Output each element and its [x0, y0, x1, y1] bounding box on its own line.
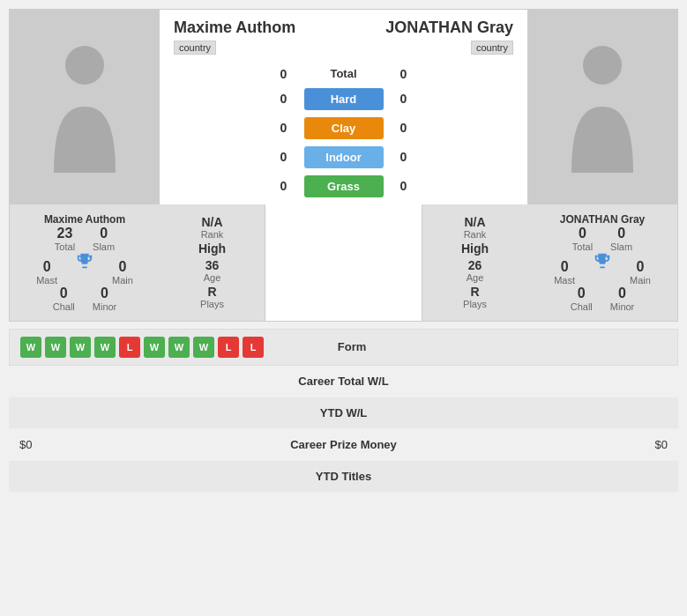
left-total-slam: 23 Total 0 Slam	[55, 226, 115, 252]
right-slam-value: 0	[610, 226, 632, 241]
right-slam-block: 0 Slam	[610, 226, 632, 252]
center-spacer	[265, 204, 422, 321]
right-chall-block: 0 Chall	[571, 286, 593, 312]
right-mast-value: 0	[554, 259, 575, 275]
right-rank-value: N/A	[464, 215, 487, 229]
right-main-label: Main	[630, 275, 651, 286]
left-minor-value: 0	[93, 286, 117, 301]
right-country-tag: country	[471, 41, 513, 55]
right-plays-label: Plays	[463, 299, 487, 309]
court-grass-right: 0	[391, 179, 417, 193]
right-player-name-block: JONATHAN Gray country	[385, 19, 513, 55]
court-hard-right: 0	[391, 92, 417, 106]
left-main-block: 0 Main	[112, 259, 133, 286]
right-player-name-small: JONATHAN Gray	[560, 213, 645, 226]
court-header-left-score: 0	[271, 67, 297, 81]
left-minor-label: Minor	[93, 301, 117, 312]
left-rank-value: N/A	[201, 215, 224, 229]
form-row: WWWWLWWWLL Form	[9, 329, 678, 366]
stat-row-2-left: $0	[19, 438, 256, 451]
center-bottom-panel: N/A Rank High 36 Age R Plays	[160, 204, 527, 321]
right-main-block: 0 Main	[630, 259, 651, 286]
left-plays-block: R Plays	[200, 285, 224, 309]
right-chall-minor: 0 Chall 0 Minor	[571, 286, 635, 312]
right-age-block: 26 Age	[467, 258, 484, 283]
right-mast-label: Mast	[554, 275, 575, 286]
form-badge-l: L	[243, 337, 264, 358]
left-total-value: 23	[55, 226, 75, 241]
left-main-label: Main	[112, 275, 133, 286]
left-minor-block: 0 Minor	[93, 286, 117, 312]
court-hard-left: 0	[271, 92, 297, 106]
left-mast-block: 0 Mast	[36, 259, 57, 286]
names-bar: Maxime Authom country JONATHAN Gray coun…	[160, 10, 527, 60]
right-mast-main: 0 Mast 0 Main	[554, 252, 651, 286]
left-slam-block: 0 Slam	[93, 226, 115, 252]
court-rows: 0 Hard 0 0 Clay 0 0 Indoor 0 0 Grass 0	[160, 85, 527, 201]
left-chall-label: Chall	[53, 301, 75, 312]
right-minor-label: Minor	[610, 301, 635, 312]
left-plays-value: R	[200, 285, 224, 299]
court-grass-label: Grass	[304, 175, 384, 197]
court-header-row: 0 Total 0	[160, 63, 527, 85]
court-row-indoor: 0 Indoor 0	[160, 143, 527, 172]
left-plays-label: Plays	[200, 299, 224, 309]
form-badge-w: W	[193, 337, 214, 358]
court-indoor-right: 0	[391, 150, 417, 164]
form-badge-w: W	[45, 337, 66, 358]
right-rank-label: Rank	[464, 229, 487, 240]
form-badge-w: W	[168, 337, 190, 358]
left-name-small: Maxime Authom	[44, 213, 125, 226]
right-mast-block: 0 Mast	[554, 259, 575, 286]
left-trophy-svg	[75, 252, 94, 271]
court-hard-label: Hard	[304, 88, 384, 110]
court-row-hard: 0 Hard 0	[160, 85, 527, 114]
right-minor-value: 0	[610, 286, 635, 301]
left-total-block: 23 Total	[55, 226, 75, 252]
form-label: Form	[264, 340, 440, 353]
stat-row-2-label: Career Prize Money	[256, 438, 432, 451]
stat-row-0-label: Career Total W/L	[256, 375, 432, 388]
left-mast-label: Mast	[36, 275, 57, 286]
right-total-block: 0 Total	[572, 226, 593, 252]
svg-point-1	[583, 46, 622, 85]
svg-point-0	[65, 46, 104, 85]
form-badge-w: W	[70, 337, 91, 358]
right-main-value: 0	[630, 259, 651, 275]
left-stats-panel: Maxime Authom 23 Total 0 Slam 0 Mast	[10, 204, 160, 321]
right-total-label: Total	[572, 241, 593, 252]
court-clay-label: Clay	[304, 117, 384, 139]
stat-row-3: YTD Titles	[9, 461, 678, 492]
left-mast-value: 0	[36, 259, 57, 275]
right-high-block: High	[461, 241, 489, 256]
court-row-grass: 0 Grass 0	[160, 172, 527, 201]
left-player-name-small: Maxime Authom	[44, 213, 125, 226]
left-player-photo	[10, 10, 160, 204]
left-country-tag: country	[174, 41, 216, 55]
court-grass-left: 0	[271, 179, 297, 193]
left-rank-block: N/A Rank	[201, 215, 224, 240]
right-name-small: JONATHAN Gray	[560, 213, 645, 226]
right-stats-panel: JONATHAN Gray 0 Total 0 Slam 0 Mast	[527, 204, 677, 321]
form-badges-left: WWWWLWWWLL	[20, 337, 264, 358]
right-rank-block: N/A Rank	[464, 215, 487, 240]
left-total-label: Total	[55, 241, 75, 252]
left-age-value: 36	[204, 258, 221, 272]
right-age-label: Age	[467, 272, 484, 283]
form-badge-l: L	[218, 337, 239, 358]
form-badge-w: W	[94, 337, 116, 358]
left-player-title: Maxime Authom	[174, 19, 295, 38]
left-mid-stats: N/A Rank High 36 Age R Plays	[160, 204, 265, 321]
center-top-panel: Maxime Authom country JONATHAN Gray coun…	[160, 10, 527, 204]
court-header-label: Total	[304, 67, 384, 80]
left-silhouette-icon	[41, 41, 129, 173]
right-slam-label: Slam	[610, 241, 632, 252]
court-indoor-left: 0	[271, 150, 297, 164]
left-age-label: Age	[204, 272, 221, 283]
court-clay-right: 0	[391, 121, 417, 135]
left-rank-label: Rank	[201, 229, 224, 240]
left-player-name-block: Maxime Authom country	[174, 19, 295, 55]
stat-row-2: $0 Career Prize Money $0	[9, 429, 678, 461]
right-total-slam: 0 Total 0 Slam	[572, 226, 632, 252]
left-chall-block: 0 Chall	[53, 286, 75, 312]
